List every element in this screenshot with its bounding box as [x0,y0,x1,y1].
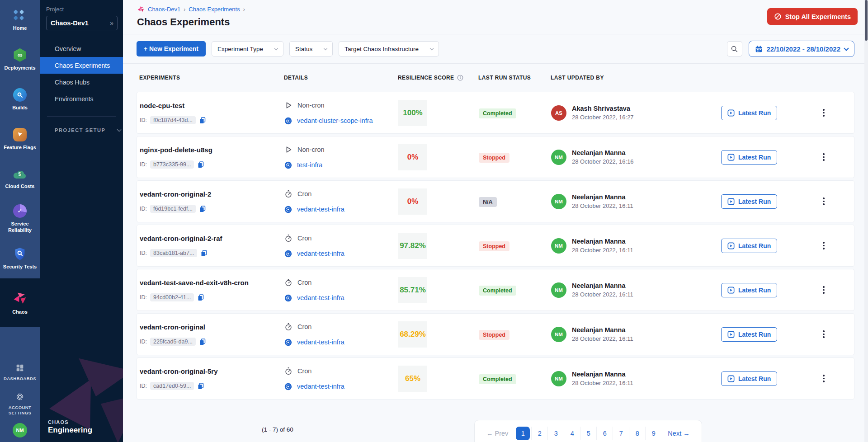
stop-all-experiments-button[interactable]: Stop All Experiments [767,8,858,25]
experiment-name[interactable]: node-cpu-test [140,102,284,109]
sidebar-item-chaos-experiments[interactable]: Chaos Experiments [40,57,123,74]
search-button[interactable] [727,41,742,56]
page-number-button[interactable]: 6 [596,427,613,440]
target-infrastructure-filter[interactable]: Target Chaos Infrastructure [339,41,439,56]
copy-icon[interactable] [197,294,204,301]
copy-icon[interactable] [199,117,206,124]
page-number-button[interactable]: 9 [645,427,661,440]
sidebar-item-account-settings[interactable]: ACCOUNT SETTINGS [0,388,40,419]
latest-run-label: Latest Run [738,287,771,294]
avatar[interactable]: NM [551,194,566,209]
new-experiment-button[interactable]: + New Experiment [137,41,206,56]
latest-run-button[interactable]: Latest Run [721,106,777,120]
latest-run-button[interactable]: Latest Run [721,371,777,386]
avatar[interactable]: NM [551,327,566,342]
latest-run-button[interactable]: Latest Run [721,150,777,165]
status-filter[interactable]: Status [289,41,333,56]
experiment-name[interactable]: vedant-cron-original [140,323,284,331]
rail-label: ACCOUNT SETTINGS [6,405,34,416]
infrastructure-link[interactable]: test-infra [297,161,322,169]
breadcrumb-experiments-link[interactable]: Chaos Experiments [189,6,240,13]
kebab-menu-icon[interactable] [821,196,826,207]
page-number-button[interactable]: 3 [547,427,564,440]
sidebar-item-cloud-costs[interactable]: $ Cloud Costs [0,159,40,199]
sidebar-item-chaos-hubs[interactable]: Chaos Hubs [40,74,123,90]
page-number-button[interactable]: 5 [580,427,596,440]
sidebar-item-home[interactable]: Home [0,0,40,40]
sidebar-item-feature-flags[interactable]: Feature Flags [0,119,40,159]
table-row[interactable]: nginx-pod-delete-u8sg ID: b773c335-99...… [137,136,854,178]
sidebar-item-dashboards[interactable]: DASHBOARDS [0,356,40,388]
copy-icon[interactable] [200,249,208,257]
sidebar-item-overview[interactable]: Overview [40,40,123,57]
infrastructure-link[interactable]: vedant-cluster-scope-infra [297,117,373,124]
table-row[interactable]: vedant-cron-original-2 ID: f6d19bc1-fedf… [137,180,854,222]
avatar[interactable]: AS [551,105,566,121]
avatar[interactable]: NM [551,150,566,165]
table-row[interactable]: node-cpu-test ID: f0c187d4-43d... Non-cr… [137,92,854,134]
experiment-name[interactable]: vedant-cron-original-2 [140,190,284,198]
experiment-type-filter[interactable]: Experiment Type [212,41,283,56]
page-number-button[interactable]: 8 [629,427,645,440]
table-row[interactable]: vedant-cron-original ID: 225fcad5-da9...… [137,313,854,355]
page-number-button[interactable]: 1 [516,427,530,440]
info-icon[interactable] [457,75,463,81]
kebab-menu-icon[interactable] [821,240,826,251]
project-selector[interactable]: Chaos-Dev1 » [46,16,118,30]
prev-page-button[interactable]: ← Prev [481,430,514,437]
infrastructure-link[interactable]: vedant-test-infra [297,339,344,346]
chaos-breadcrumb-icon [137,5,145,13]
breadcrumb-project-link[interactable]: Chaos-Dev1 [148,6,180,13]
experiment-id: f0c187d4-43d... [150,116,196,124]
kebab-menu-icon[interactable] [821,284,826,296]
copy-icon[interactable] [197,382,204,390]
infrastructure-link[interactable]: vedant-test-infra [297,206,344,213]
calendar-icon [755,45,763,53]
date-range-picker[interactable]: 22/10/2022 - 28/10/2022 [749,41,854,57]
experiment-name[interactable]: nginx-pod-delete-u8sg [140,146,284,154]
experiment-name[interactable]: vedant-cron-original-2-raf [140,235,284,242]
copy-icon[interactable] [199,338,206,345]
scrollbar-track[interactable] [864,0,868,442]
infrastructure-icon [284,117,292,125]
page-number-button[interactable]: 2 [531,427,547,440]
latest-run-button[interactable]: Latest Run [721,327,777,342]
latest-run-button[interactable]: Latest Run [721,194,777,209]
copy-icon[interactable] [197,161,204,168]
sidebar-item-builds[interactable]: Builds [0,80,40,119]
sidebar-item-deployments[interactable]: ∞ Deployments [0,40,40,80]
scrollbar-thumb[interactable] [865,0,868,41]
next-page-button[interactable]: Next → [662,430,695,437]
page-number-button[interactable]: 4 [564,427,580,440]
table-row[interactable]: vedant-cron-original-2-raf ID: 83cab181-… [137,225,854,267]
expand-projects-icon[interactable]: » [110,19,113,27]
copy-icon[interactable] [199,205,206,212]
kebab-menu-icon[interactable] [821,373,826,384]
experiment-name[interactable]: vedant-cron-original-5ry [140,367,284,375]
user-avatar[interactable]: NM [13,423,27,437]
sidebar-item-chaos[interactable]: Chaos [0,278,40,327]
latest-run-button[interactable]: Latest Run [721,239,777,253]
table-row[interactable]: vedant-cron-original-5ry ID: cad17ed0-59… [137,357,854,400]
infrastructure-link[interactable]: vedant-test-infra [297,294,344,301]
sidebar-item-environments[interactable]: Environments [40,90,123,107]
page-number-button[interactable]: 7 [613,427,629,440]
sidebar-divider [47,116,116,117]
experiment-name[interactable]: vedant-test-save-nd-exit-v8h-cron [140,279,284,287]
table-row[interactable]: vedant-test-save-nd-exit-v8h-cron ID: 94… [137,269,854,311]
kebab-menu-icon[interactable] [821,329,826,340]
kebab-menu-icon[interactable] [821,151,826,163]
infrastructure-link[interactable]: vedant-test-infra [297,383,344,390]
latest-run-button[interactable]: Latest Run [721,283,777,297]
kebab-menu-icon[interactable] [821,107,826,118]
infrastructure-link[interactable]: vedant-test-infra [297,250,344,257]
builds-icon [13,88,27,102]
avatar[interactable]: NM [551,238,566,254]
sidebar-item-security-tests[interactable]: Security Tests [0,239,40,278]
sidebar-item-service-reliability[interactable]: ✓ Service Reliability [0,199,40,239]
project-sidebar: Project Chaos-Dev1 » Overview Chaos Expe… [40,0,123,442]
avatar[interactable]: NM [551,371,566,386]
avatar[interactable]: NM [551,282,566,298]
infrastructure-icon [284,339,292,346]
project-setup-toggle[interactable]: PROJECT SETUP [40,127,123,133]
